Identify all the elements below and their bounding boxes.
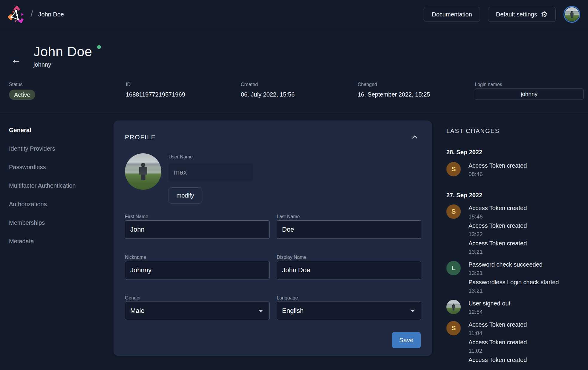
- last-changes-panel: LAST CHANGES 28. Sep 2022SAccess Token c…: [446, 113, 575, 366]
- last-changes-title: LAST CHANGES: [446, 127, 575, 135]
- event-title: Passwordless Login check started: [468, 279, 559, 286]
- timeline-event: Access Token created13:21: [446, 240, 575, 256]
- breadcrumb-separator: /: [30, 9, 33, 19]
- sidebar-item-passwordless[interactable]: Passwordless: [9, 163, 106, 171]
- created-value: 06. July 2022, 15:56: [241, 90, 358, 99]
- default-settings-label: Default settings: [496, 11, 537, 18]
- timeline-event: User signed out12:54: [446, 300, 575, 316]
- event-title: Access Token created: [468, 356, 527, 364]
- user-header: ← John Doe johnny: [0, 29, 588, 68]
- actor-initial-icon: S: [446, 321, 461, 335]
- user-name-input[interactable]: max: [169, 163, 253, 181]
- id-value: 168811977219571969: [126, 90, 241, 99]
- sidebar-item-general[interactable]: General: [9, 126, 106, 134]
- documentation-button[interactable]: Documentation: [424, 7, 480, 22]
- event-time: 13:22: [468, 231, 527, 238]
- sidebar-item-identity-providers[interactable]: Identity Providers: [9, 145, 106, 152]
- profile-card-title: PROFILE: [125, 134, 156, 141]
- dropdown-arrow-icon: [258, 310, 263, 312]
- timeline-date: 28. Sep 2022: [446, 149, 575, 156]
- gender-value: Male: [130, 307, 145, 315]
- event-title: Access Token created: [468, 321, 527, 328]
- gear-icon: ⚙: [541, 10, 548, 18]
- changes-timeline: 28. Sep 2022SAccess Token created08:4627…: [446, 149, 575, 364]
- status-badge: Active: [9, 90, 35, 100]
- page-subtitle: johnny: [33, 61, 101, 68]
- first-name-input[interactable]: [125, 220, 270, 239]
- topbar: / John Doe Documentation Default setting…: [0, 0, 588, 29]
- actor-initial-icon: S: [446, 204, 461, 219]
- event-title: Password check succeeded: [468, 261, 543, 268]
- dropdown-arrow-icon: [410, 310, 415, 312]
- event-time: 12:54: [468, 308, 510, 316]
- nickname-label: Nickname: [125, 255, 146, 260]
- id-label: ID: [126, 81, 241, 88]
- default-settings-button[interactable]: Default settings ⚙: [488, 7, 556, 22]
- timeline-event: Access Token created: [446, 356, 575, 364]
- created-label: Created: [241, 81, 358, 88]
- page-title-text: John Doe: [33, 44, 92, 59]
- sidebar-item-multifactor-authentication[interactable]: Multifactor Authentication: [9, 182, 106, 189]
- last-name-label: Last Name: [277, 214, 300, 219]
- section-sidebar: GeneralIdentity ProvidersPasswordlessMul…: [0, 113, 114, 256]
- timeline-event: SAccess Token created15:46: [446, 204, 575, 220]
- meta-row: Status Active ID 168811977219571969 Crea…: [0, 81, 588, 100]
- language-value: English: [282, 307, 304, 315]
- sidebar-item-authorizations[interactable]: Authorizations: [9, 201, 106, 208]
- status-label: Status: [9, 81, 126, 88]
- back-button[interactable]: ←: [9, 52, 23, 67]
- zitadel-logo-icon[interactable]: [8, 6, 25, 23]
- breadcrumb-org-name[interactable]: John Doe: [38, 11, 64, 18]
- event-time: 13:21: [468, 248, 527, 256]
- language-label: Language: [277, 295, 298, 300]
- event-time: 08:46: [468, 171, 527, 178]
- modify-button[interactable]: modify: [169, 187, 202, 204]
- timeline-event: Access Token created13:22: [446, 222, 575, 238]
- actor-initial-icon: L: [446, 261, 461, 275]
- event-title: Access Token created: [468, 339, 527, 346]
- user-menu-avatar[interactable]: [564, 6, 580, 23]
- timeline-event: SAccess Token created11:04: [446, 321, 575, 337]
- timeline-event: Access Token created11:02: [446, 339, 575, 354]
- event-time: 13:21: [468, 287, 559, 294]
- avatar-photo: [565, 7, 579, 22]
- page-title: John Doe: [33, 44, 101, 59]
- language-select[interactable]: English: [277, 302, 421, 320]
- timeline-event: SAccess Token created08:46: [446, 162, 575, 178]
- actor-photo-icon: [446, 300, 461, 314]
- timeline-event: LPassword check succeeded13:21: [446, 261, 575, 277]
- changed-label: Changed: [358, 81, 475, 88]
- changed-value: 16. September 2022, 15:25: [358, 90, 475, 99]
- sidebar-item-memberships[interactable]: Memberships: [9, 219, 106, 227]
- timeline-date: 27. Sep 2022: [446, 192, 575, 199]
- gender-label: Gender: [125, 295, 141, 300]
- display-name-label: Display Name: [277, 255, 307, 260]
- gender-select[interactable]: Male: [125, 302, 270, 320]
- chevron-up-icon: [412, 135, 418, 139]
- sidebar-item-metadata[interactable]: Metadata: [9, 238, 106, 245]
- collapse-card-button[interactable]: [409, 131, 421, 143]
- login-names-label: Login names: [475, 81, 584, 88]
- status-dot-icon: [97, 45, 101, 49]
- event-title: User signed out: [468, 300, 510, 307]
- event-time: 15:46: [468, 213, 527, 220]
- profile-photo[interactable]: [125, 153, 161, 190]
- event-title: Access Token created: [468, 240, 527, 247]
- save-button[interactable]: Save: [392, 332, 421, 348]
- display-name-input[interactable]: [277, 261, 421, 279]
- first-name-label: First Name: [125, 214, 148, 219]
- event-time: 11:04: [468, 330, 527, 337]
- profile-card: PROFILE User Name max modify First Name …: [114, 120, 432, 356]
- actor-initial-icon: S: [446, 162, 461, 176]
- event-title: Access Token created: [468, 204, 527, 212]
- nickname-input[interactable]: [125, 261, 270, 279]
- login-name-chip[interactable]: johnny: [475, 88, 584, 100]
- event-time: 11:02: [468, 347, 527, 354]
- documentation-label: Documentation: [432, 11, 472, 18]
- last-name-input[interactable]: [277, 220, 421, 239]
- user-name-label: User Name: [169, 153, 253, 160]
- event-title: Access Token created: [468, 222, 527, 230]
- event-title: Access Token created: [468, 162, 527, 169]
- event-time: 13:21: [468, 270, 543, 277]
- timeline-event: Passwordless Login check started13:21: [446, 279, 575, 294]
